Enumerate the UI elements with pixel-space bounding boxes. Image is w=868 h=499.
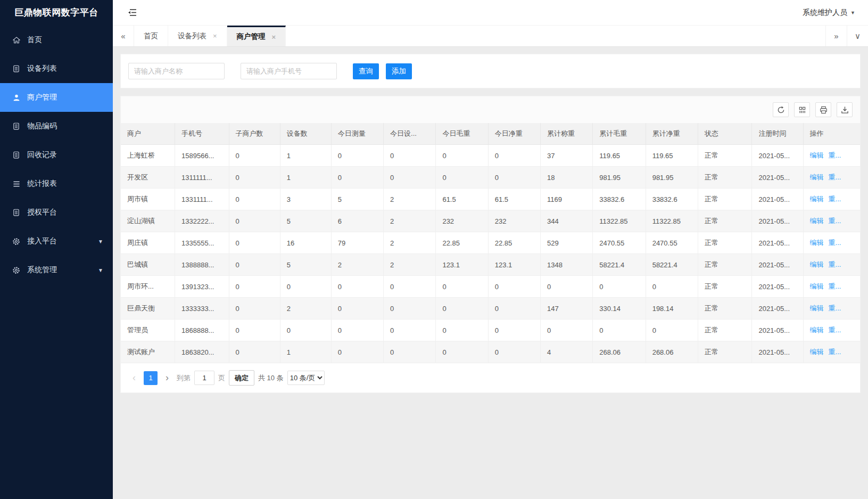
table-cell: 1348	[541, 254, 593, 276]
caret-down-icon: ▼	[98, 267, 103, 273]
table-row: 巴城镇1388888...0522123.1123.1134858221.458…	[121, 254, 860, 276]
sidebar-item-statistics-report[interactable]: 统计报表	[0, 169, 113, 198]
table-cell: 1335555...	[175, 232, 229, 254]
tab-device-list[interactable]: 设备列表×	[168, 26, 227, 46]
tabs-scroll-right-icon[interactable]: »	[825, 26, 847, 46]
table-cell: 5	[280, 254, 331, 276]
table-cell: 0	[331, 320, 383, 341]
column-header: 子商户数	[229, 123, 280, 145]
table-cell: 981.95	[593, 167, 646, 189]
prev-page-icon[interactable]: ‹	[128, 372, 140, 383]
edit-link[interactable]: 编辑	[810, 151, 824, 159]
table-cell: 0	[593, 276, 646, 298]
table-cell: 0	[229, 298, 280, 320]
close-icon[interactable]: ×	[272, 33, 276, 41]
table-cell: 37	[541, 145, 593, 167]
tabs-menu-icon[interactable]: ∨	[847, 26, 868, 46]
sidebar-item-device-list[interactable]: 设备列表	[0, 54, 113, 83]
column-header: 累计净重	[646, 123, 698, 145]
table-cell: 0	[436, 341, 488, 363]
sidebar-item-label: 物品编码	[27, 121, 57, 131]
merchant-name-input[interactable]	[128, 63, 225, 79]
tab-merchant-mgmt[interactable]: 商户管理×	[227, 26, 286, 46]
table-cell: 正常	[698, 276, 752, 298]
edit-link[interactable]: 编辑	[810, 217, 824, 225]
edit-link[interactable]: 编辑	[810, 173, 824, 181]
reset-link[interactable]: 重...	[829, 304, 841, 312]
page-size-select[interactable]: 10 条/页	[287, 371, 325, 385]
tab-home[interactable]: 首页	[134, 26, 168, 46]
table-cell: 232	[488, 210, 540, 232]
reset-link[interactable]: 重...	[829, 348, 841, 356]
edit-link[interactable]: 编辑	[810, 195, 824, 203]
merchant-phone-input[interactable]	[241, 63, 337, 79]
add-button[interactable]: 添加	[386, 63, 412, 79]
user-menu[interactable]: 系统维护人员 ▼	[803, 8, 855, 18]
doc-icon	[12, 151, 21, 160]
column-header: 累计毛重	[593, 123, 646, 145]
sidebar-item-access-platform[interactable]: 接入平台▼	[0, 227, 113, 256]
columns-icon[interactable]	[794, 102, 810, 117]
edit-link[interactable]: 编辑	[810, 304, 824, 312]
table-toolbar	[121, 96, 860, 123]
close-icon[interactable]: ×	[213, 32, 217, 40]
lines-icon	[12, 179, 21, 189]
reset-link[interactable]: 重...	[829, 151, 841, 159]
table-cell: 巴城镇	[121, 254, 175, 276]
table-row: 上海虹桥1589566...01000037119.65119.65正常2021…	[121, 145, 860, 167]
export-icon[interactable]	[837, 102, 853, 117]
query-button[interactable]: 查询	[353, 63, 379, 79]
table-body: 上海虹桥1589566...01000037119.65119.65正常2021…	[121, 145, 860, 363]
edit-link[interactable]: 编辑	[810, 239, 824, 247]
user-icon	[12, 93, 21, 102]
table-cell: 0	[331, 276, 383, 298]
next-page-icon[interactable]: ›	[161, 372, 173, 383]
table-row: 开发区1311111...01000018981.95981.95正常2021-…	[121, 167, 860, 189]
tab-label: 首页	[144, 31, 158, 41]
edit-link[interactable]: 编辑	[810, 282, 824, 290]
print-icon[interactable]	[815, 102, 831, 117]
app-layout: 巨鼎物联网数字平台 首页设备列表商户管理物品编码回收记录统计报表授权平台接入平台…	[0, 0, 868, 499]
table-cell: 2021-05...	[752, 189, 803, 210]
table-cell: 33832.6	[646, 189, 698, 210]
reset-link[interactable]: 重...	[829, 282, 841, 290]
reset-link[interactable]: 重...	[829, 217, 841, 225]
main-column: 系统维护人员 ▼ « 首页设备列表×商户管理× » ∨ 查询 添加	[113, 0, 868, 499]
table-cell: 0	[229, 320, 280, 341]
table-cell: 0	[436, 320, 488, 341]
reset-link[interactable]: 重...	[829, 195, 841, 203]
confirm-page-button[interactable]: 确定	[229, 370, 254, 386]
table-cell: 正常	[698, 167, 752, 189]
collapse-sidebar-icon[interactable]	[128, 9, 137, 17]
sidebar-item-recycle-records[interactable]: 回收记录	[0, 141, 113, 169]
goto-page-input[interactable]	[194, 371, 214, 385]
column-header: 操作	[803, 123, 860, 145]
sidebar-item-system-mgmt[interactable]: 系统管理▼	[0, 256, 113, 284]
doc-icon	[12, 64, 21, 73]
reset-link[interactable]: 重...	[829, 260, 841, 268]
edit-link[interactable]: 编辑	[810, 260, 824, 268]
sidebar-item-home[interactable]: 首页	[0, 26, 113, 54]
page-1-button[interactable]: 1	[144, 371, 158, 385]
reset-link[interactable]: 重...	[829, 239, 841, 247]
sidebar-item-auth-platform[interactable]: 授权平台	[0, 198, 113, 227]
caret-down-icon: ▼	[98, 239, 103, 244]
table-cell: 2021-05...	[752, 210, 803, 232]
edit-link[interactable]: 编辑	[810, 348, 824, 356]
table-cell: 0	[488, 145, 540, 167]
reset-link[interactable]: 重...	[829, 326, 841, 334]
topbar: 系统维护人员 ▼	[113, 0, 868, 26]
table-cell-operations: 编辑重...	[803, 276, 860, 298]
edit-link[interactable]: 编辑	[810, 326, 824, 334]
merchant-table: 商户手机号子商户数设备数今日测量今日设...今日毛重今日净重累计称重累计毛重累计…	[121, 123, 860, 363]
refresh-icon[interactable]	[773, 102, 789, 117]
page-label: 页	[218, 373, 225, 383]
reset-link[interactable]: 重...	[829, 173, 841, 181]
tabs-scroll-left-icon[interactable]: «	[113, 26, 134, 46]
sidebar-item-item-code[interactable]: 物品编码	[0, 112, 113, 141]
column-header: 设备数	[280, 123, 331, 145]
table-cell: 1331111...	[175, 189, 229, 210]
table-cell: 0	[488, 167, 540, 189]
table-cell: 管理员	[121, 320, 175, 341]
sidebar-item-merchant-mgmt[interactable]: 商户管理	[0, 83, 113, 112]
